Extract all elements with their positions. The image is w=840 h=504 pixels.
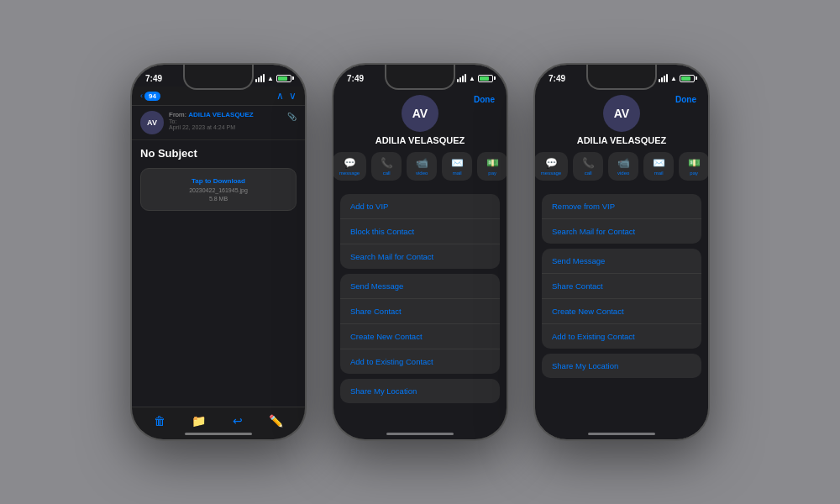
pay-icon-3: 💵 [688, 157, 701, 169]
status-icons-1: ▲ [255, 74, 291, 82]
menu-item-send-msg-2[interactable]: Send Message [340, 274, 500, 299]
signal-icon-1 [255, 74, 265, 82]
mail-icon-2: ✉️ [451, 157, 464, 169]
menu-item-share-location-2[interactable]: Share My Location [340, 379, 500, 403]
action-video-2[interactable]: 📹 video [407, 152, 437, 181]
menu-item-search-mail-2[interactable]: Search Mail for Contact [340, 244, 500, 269]
status-time-3: 7:49 [549, 74, 565, 83]
battery-icon-2 [478, 75, 493, 82]
contact-header-2: Done AV ADILIA VELASQUEZ 💬 message 📞 cal… [333, 87, 507, 194]
status-bar-1: 7:49 ▲ [132, 65, 305, 87]
to-line: To: [169, 118, 282, 124]
message-icon-3: 💬 [545, 157, 558, 169]
wifi-icon-3: ▲ [670, 75, 677, 82]
contact-sheet-2: Done AV ADILIA VELASQUEZ 💬 message 📞 cal… [333, 87, 507, 439]
back-button[interactable]: ‹ 94 [140, 92, 160, 101]
wifi-icon-1: ▲ [267, 75, 274, 82]
home-indicator-3 [588, 433, 655, 435]
video-label-3: video [617, 171, 629, 176]
email-meta: From: ADILIA VELASQUEZ To: April 22, 202… [169, 111, 282, 130]
menu-item-add-existing-2[interactable]: Add to Existing Contact [340, 349, 500, 374]
call-icon-2: 📞 [381, 157, 393, 169]
menu-item-block-2[interactable]: Block this Contact [340, 219, 500, 244]
message-label-2: message [339, 171, 360, 176]
pay-icon-2: 💵 [486, 157, 499, 169]
file-name: 20230422_161945.jpg [189, 187, 248, 193]
up-arrow-icon[interactable]: ∧ [276, 90, 284, 102]
tap-download-label: Tap to Download [192, 177, 245, 185]
from-line: From: ADILIA VELASQUEZ [169, 111, 282, 118]
battery-icon-1 [276, 75, 291, 82]
mail-icon-3: ✉️ [653, 157, 665, 169]
menu-item-share-location-3[interactable]: Share My Location [542, 354, 701, 378]
contact-name-3: ADILIA VELASQUEZ [577, 135, 667, 145]
phone-2: 7:49 ▲ Done AV [332, 63, 508, 441]
menu-item-share-contact-3[interactable]: Share Contact [542, 274, 701, 299]
status-bar-3: 7:49 ▲ [535, 65, 708, 87]
trash-icon[interactable]: 🗑 [154, 414, 165, 428]
action-message-3[interactable]: 💬 message [535, 152, 568, 181]
menu-section-3-1: Remove from VIP Search Mail for Contact [542, 194, 701, 244]
avatar-1: AV [140, 111, 164, 134]
from-name[interactable]: ADILIA VELASQUEZ [188, 111, 253, 118]
action-pay-3[interactable]: 💵 pay [679, 152, 708, 181]
video-icon-3: 📹 [617, 157, 630, 169]
menu-section-2-2: Send Message Share Contact Create New Co… [340, 274, 500, 374]
attachment-box[interactable]: Tap to Download 20230422_161945.jpg 5.8 … [140, 168, 297, 211]
email-subject: No Subject [132, 140, 305, 163]
mail-label-3: mail [654, 171, 664, 176]
menu-item-remove-vip-3[interactable]: Remove from VIP [542, 194, 701, 219]
action-video-3[interactable]: 📹 video [608, 152, 638, 181]
compose-icon[interactable]: ✏️ [269, 414, 283, 428]
badge-count: 94 [144, 92, 160, 101]
to-label: To: [169, 118, 176, 124]
action-pay-2[interactable]: 💵 pay [477, 152, 507, 181]
message-label-3: message [541, 171, 561, 176]
menu-item-search-contact-3[interactable]: Search Mail for Contact [542, 219, 701, 244]
attachment-icon: 📎 [287, 113, 297, 121]
home-indicator-1 [185, 433, 252, 435]
contact-header-3: Done AV ADILIA VELASQUEZ 💬 message 📞 cal… [535, 87, 708, 194]
home-indicator-2 [386, 433, 454, 435]
action-mail-3[interactable]: ✉️ mail [643, 152, 674, 181]
action-call-3[interactable]: 📞 call [573, 152, 603, 181]
pay-label-2: pay [488, 171, 496, 176]
contact-avatar-3: AV [603, 95, 640, 132]
status-icons-2: ▲ [457, 74, 493, 82]
video-label-2: video [416, 171, 428, 176]
reply-icon[interactable]: ↩ [233, 414, 243, 428]
menu-item-create-contact-2[interactable]: Create New Contact [340, 324, 500, 349]
call-label-3: call [585, 171, 592, 176]
status-time-1: 7:49 [145, 74, 162, 83]
action-call-2[interactable]: 📞 call [371, 152, 402, 181]
done-button-2[interactable]: Done [474, 95, 495, 104]
video-icon-2: 📹 [416, 157, 428, 169]
menu-section-3-3: Share My Location [542, 354, 701, 378]
down-arrow-icon[interactable]: ∨ [289, 90, 297, 102]
menu-item-share-contact-2[interactable]: Share Contact [340, 299, 500, 324]
menu-item-add-vip-2[interactable]: Add to VIP [340, 194, 500, 219]
menu-section-3-2: Send Message Share Contact Create New Co… [542, 249, 701, 349]
status-time-2: 7:49 [347, 74, 364, 83]
done-button-3[interactable]: Done [675, 95, 696, 104]
menu-item-send-msg-3[interactable]: Send Message [542, 249, 701, 274]
phone-3: 7:49 ▲ Done AV [533, 63, 710, 441]
action-message-2[interactable]: 💬 message [333, 152, 366, 181]
email-header: ‹ 94 ∧ ∨ [132, 87, 305, 106]
folder-icon[interactable]: 📁 [192, 414, 206, 428]
from-label: From: [169, 111, 186, 118]
call-icon-3: 📞 [582, 157, 595, 169]
status-bar-2: 7:49 ▲ [333, 65, 507, 87]
pay-label-3: pay [690, 171, 698, 176]
phone-1: 7:49 ▲ ‹ 94 [130, 63, 307, 441]
menu-section-2-1: Add to VIP Block this Contact Search Mai… [340, 194, 500, 269]
action-mail-2[interactable]: ✉️ mail [442, 152, 472, 181]
menu-section-2-3: Share My Location [340, 379, 500, 403]
menu-item-create-contact-3[interactable]: Create New Contact [542, 299, 701, 324]
email-from: AV From: ADILIA VELASQUEZ To: April 22, … [132, 106, 305, 140]
menu-item-add-existing-3[interactable]: Add to Existing Contact [542, 324, 701, 349]
signal-icon-2 [457, 74, 466, 82]
date-line: April 22, 2023 at 4:24 PM [169, 124, 282, 130]
file-size: 5.8 MB [209, 196, 228, 202]
wifi-icon-2: ▲ [469, 75, 475, 82]
